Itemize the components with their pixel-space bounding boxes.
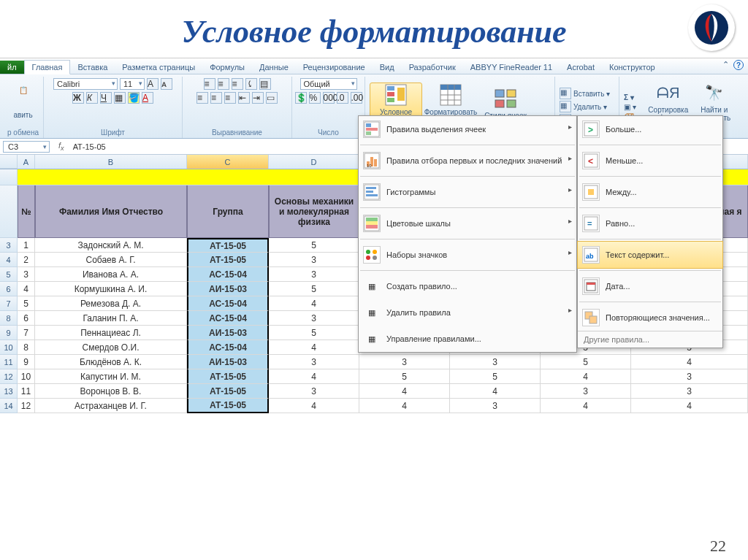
row-number[interactable]: 11 (0, 355, 18, 369)
submenu-less-than[interactable]: < Меньше... (578, 147, 722, 174)
cell-grade3[interactable]: 3 (450, 355, 541, 369)
fill-color-button[interactable]: 🪣 (128, 92, 140, 104)
tab-acrobat[interactable]: Acrobat (560, 61, 602, 74)
row-number[interactable]: 12 (0, 369, 18, 384)
tab-formulas[interactable]: Формулы (202, 61, 252, 74)
cell-grade1[interactable]: 5 (269, 238, 359, 253)
col-D[interactable]: D (269, 155, 359, 169)
cell-no[interactable]: 8 (18, 340, 35, 355)
cell-fio[interactable]: Собаев А. Г. (35, 253, 187, 267)
align-right-button[interactable]: ≡ (224, 92, 236, 104)
currency-button[interactable]: 💲 (295, 92, 307, 104)
submenu-between[interactable]: Между... (578, 179, 722, 205)
cell-grade2[interactable]: 4 (359, 399, 450, 413)
cell-fio[interactable]: Иванова А. А. (35, 267, 187, 282)
menu-top-bottom-rules[interactable]: 10 Правила отбора первых и последних зна… (359, 147, 576, 174)
font-color-button[interactable]: A (142, 92, 153, 104)
menu-color-scales[interactable]: Цветовые шкалы▸ (359, 210, 576, 237)
cell-grade1[interactable]: 3 (269, 355, 359, 369)
cell-group[interactable]: АИ-15-03 (187, 355, 269, 369)
increase-font-icon[interactable]: A (147, 78, 159, 90)
cells-insert-button[interactable]: ▦Вставить▾ (560, 88, 610, 99)
cell-no[interactable]: 6 (18, 311, 35, 326)
table-row[interactable]: 1311Воронцов В. В.АТ-15-0534433 (0, 384, 748, 399)
cells-delete-button[interactable]: ▦Удалить▾ (560, 101, 610, 112)
cell-grade1[interactable]: 5 (269, 282, 359, 296)
cell-grade1[interactable]: 4 (269, 340, 359, 355)
row-number[interactable]: 5 (0, 267, 18, 282)
cell-no[interactable]: 9 (18, 355, 35, 369)
cell-fio[interactable]: Галанин П. А. (35, 311, 187, 326)
tab-design[interactable]: Конструктор (602, 61, 663, 74)
cell-no[interactable]: 12 (18, 399, 35, 413)
autosum-icon[interactable]: Σ ▾ (624, 93, 634, 101)
cell-fio[interactable]: Пеннациеас Л. (35, 326, 187, 340)
bold-button[interactable]: Ж (72, 92, 84, 104)
menu-data-bars[interactable]: Гистограммы▸ (359, 179, 576, 205)
cell-grade1[interactable]: 3 (269, 311, 359, 326)
submenu-greater-than[interactable]: > Больше... (578, 116, 722, 142)
menu-manage-rules[interactable]: ▦ Управление правилами... (359, 326, 576, 352)
tab-insert[interactable]: Вставка (70, 61, 115, 74)
increase-indent-button[interactable]: ⇥ (252, 92, 264, 104)
row-number[interactable]: 6 (0, 282, 18, 296)
col-C[interactable]: C (187, 155, 269, 169)
cell-group[interactable]: АТ-15-05 (187, 399, 269, 413)
row-number[interactable]: 4 (0, 253, 18, 267)
cell-grade1[interactable]: 3 (269, 384, 359, 399)
fx-icon[interactable]: fx (53, 141, 70, 152)
tab-data[interactable]: Данные (252, 61, 296, 74)
orientation-button[interactable]: ⤹ (245, 78, 257, 90)
cell-no[interactable]: 11 (18, 384, 35, 399)
tab-abbyy[interactable]: ABBYY FineReader 11 (463, 61, 560, 74)
table-row[interactable]: 119Блюдёнов А. К.АИ-15-0333354 (0, 355, 748, 369)
row-number[interactable]: 3 (0, 238, 18, 253)
menu-clear-rules[interactable]: ▦ Удалить правила▸ (359, 299, 576, 326)
cell-grade1[interactable]: 4 (269, 296, 359, 311)
row-number[interactable]: 8 (0, 311, 18, 326)
cell-grade6[interactable]: 4 (631, 355, 748, 369)
minimize-ribbon-icon[interactable]: ⌃ (722, 60, 729, 70)
cell-grade1[interactable]: 3 (269, 267, 359, 282)
submenu-date[interactable]: Дата... (578, 273, 722, 299)
cell-group[interactable]: АИ-15-03 (187, 282, 269, 296)
percent-button[interactable]: % (309, 92, 321, 104)
cell-group[interactable]: АТ-15-05 (187, 253, 269, 267)
cell-group[interactable]: АС-15-04 (187, 311, 269, 326)
tab-review[interactable]: Рецензирование (296, 61, 373, 74)
borders-button[interactable]: ▦ (114, 92, 126, 104)
submenu-other-rules[interactable]: Другие правила... (578, 331, 722, 348)
name-box[interactable]: C3 (3, 141, 50, 153)
tab-developer[interactable]: Разработчик (402, 61, 463, 74)
cell-no[interactable]: 3 (18, 267, 35, 282)
menu-highlight-rules[interactable]: Правила выделения ячеек▸ (359, 116, 576, 142)
cell-no[interactable]: 10 (18, 369, 35, 384)
tab-view[interactable]: Вид (373, 61, 402, 74)
cell-fio[interactable]: Воронцов В. В. (35, 384, 187, 399)
cell-group[interactable]: АС-15-04 (187, 267, 269, 282)
cell-group[interactable]: АС-15-04 (187, 340, 269, 355)
row-number[interactable]: 10 (0, 340, 18, 355)
cell-group[interactable]: АИ-15-03 (187, 326, 269, 340)
tab-home[interactable]: Главная (24, 60, 71, 74)
cell-fio[interactable]: Астраханцев И. Г. (35, 399, 187, 413)
underline-button[interactable]: Ч (100, 92, 112, 104)
cell-no[interactable]: 1 (18, 238, 35, 253)
submenu-duplicate-values[interactable]: Повторяющиеся значения... (578, 304, 722, 331)
align-left-button[interactable]: ≡ (196, 92, 208, 104)
wrap-text-button[interactable]: ▤ (259, 78, 271, 90)
cell-fio[interactable]: Задонский А. М. (35, 238, 187, 253)
cell-group[interactable]: АТ-15-05 (187, 369, 269, 384)
cell-grade5[interactable]: 4 (541, 399, 631, 413)
submenu-equal-to[interactable]: = Равно... (578, 210, 722, 237)
cell-grade3[interactable]: 3 (450, 399, 541, 413)
cell-no[interactable]: 5 (18, 296, 35, 311)
merge-center-button[interactable]: ▭ (266, 92, 278, 104)
cell-grade1[interactable]: 4 (269, 369, 359, 384)
row-1-num[interactable] (0, 169, 18, 185)
number-format-select[interactable]: Общий (300, 78, 357, 90)
decrease-indent-button[interactable]: ⇤ (238, 92, 250, 104)
cell-grade1[interactable]: 3 (269, 253, 359, 267)
cell-no[interactable]: 7 (18, 326, 35, 340)
cell-grade6[interactable]: 4 (631, 399, 748, 413)
